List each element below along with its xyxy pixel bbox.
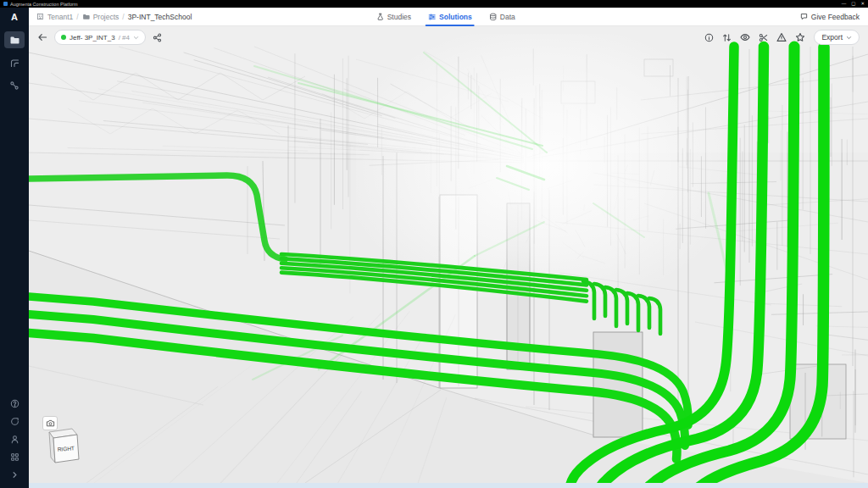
give-feedback-button[interactable]: Give Feedback bbox=[800, 13, 860, 21]
sidebar: A bbox=[0, 8, 29, 488]
sidebar-item-pipes[interactable] bbox=[4, 54, 25, 71]
tab-label: Data bbox=[500, 13, 515, 21]
viewer-toolbar-right: Export bbox=[704, 30, 860, 45]
app-logo: A bbox=[11, 8, 18, 25]
compare-button[interactable] bbox=[722, 33, 732, 42]
sidebar-item-projects[interactable] bbox=[4, 31, 25, 48]
app-icon bbox=[3, 2, 8, 6]
minimize-button[interactable]: — bbox=[842, 0, 847, 8]
view-cube-label: RIGHT bbox=[57, 445, 75, 452]
tab-solutions[interactable]: Solutions bbox=[428, 8, 472, 25]
close-button[interactable]: ✕ bbox=[860, 0, 865, 8]
app-header: Tenant1 / Projects / 3P-INT_TechSchool S… bbox=[29, 8, 868, 26]
feedback-label: Give Feedback bbox=[811, 13, 860, 21]
apps-grid-button[interactable] bbox=[10, 452, 19, 462]
history-button[interactable] bbox=[10, 417, 19, 426]
breadcrumb-projects[interactable]: Projects bbox=[93, 13, 120, 21]
account-button[interactable] bbox=[10, 435, 19, 444]
favorite-button[interactable] bbox=[795, 32, 805, 42]
nodes-icon bbox=[9, 80, 19, 91]
feedback-icon bbox=[800, 13, 808, 20]
breadcrumb: Tenant1 / Projects / 3P-INT_TechSchool bbox=[29, 13, 192, 21]
breadcrumb-folder-icon bbox=[82, 13, 90, 20]
share-button[interactable] bbox=[153, 33, 162, 42]
viewer-toolbar-left: Jeff- 3P_INT_3 / #4 bbox=[37, 30, 162, 45]
maximize-button[interactable]: ▢ bbox=[851, 0, 855, 8]
selection-version: / #4 bbox=[119, 34, 130, 42]
expand-sidebar-button[interactable] bbox=[10, 470, 19, 480]
app-title: Augmenta Construction Platform bbox=[10, 2, 77, 7]
solution-selector-dropdown[interactable]: Jeff- 3P_INT_3 / #4 bbox=[54, 30, 146, 45]
help-button[interactable] bbox=[10, 399, 19, 408]
section-cut-button[interactable] bbox=[759, 33, 768, 42]
breadcrumb-tenant[interactable]: Tenant1 bbox=[47, 13, 73, 21]
window-controls: — ▢ ✕ bbox=[842, 0, 865, 8]
folder-icon bbox=[9, 35, 19, 45]
tab-studies[interactable]: Studies bbox=[376, 8, 411, 25]
bottom-strip bbox=[29, 483, 868, 488]
visibility-button[interactable] bbox=[740, 32, 750, 42]
studies-icon bbox=[376, 13, 385, 21]
info-button[interactable] bbox=[704, 33, 714, 42]
model-viewport[interactable] bbox=[29, 25, 868, 483]
tenant-icon bbox=[36, 13, 44, 20]
sidebar-bottom-group bbox=[10, 399, 19, 480]
status-dot bbox=[61, 35, 66, 40]
breadcrumb-separator: / bbox=[76, 13, 78, 21]
issues-button[interactable] bbox=[776, 32, 787, 42]
back-button[interactable] bbox=[37, 32, 47, 42]
export-button[interactable]: Export bbox=[814, 30, 860, 45]
pipe-network-icon bbox=[9, 58, 19, 68]
view-cube[interactable]: RIGHT bbox=[47, 427, 87, 469]
breadcrumb-separator: / bbox=[122, 13, 124, 21]
chevron-down-icon bbox=[846, 35, 852, 41]
data-icon bbox=[489, 13, 498, 21]
selection-name: Jeff- 3P_INT_3 bbox=[70, 34, 115, 42]
tab-data[interactable]: Data bbox=[489, 8, 515, 25]
tab-label: Studies bbox=[387, 13, 411, 21]
export-label: Export bbox=[821, 33, 843, 42]
main-tabs: Studies Solutions Data bbox=[376, 8, 515, 25]
tab-label: Solutions bbox=[439, 13, 472, 21]
viewer-panel: Jeff- 3P_INT_3 / #4 Export bbox=[29, 25, 868, 483]
chevron-down-icon bbox=[133, 35, 139, 41]
breadcrumb-project: 3P-INT_TechSchool bbox=[128, 13, 192, 21]
sidebar-item-nodes[interactable] bbox=[4, 77, 25, 94]
solutions-icon bbox=[428, 13, 437, 21]
cabinet-box bbox=[593, 332, 643, 437]
title-bar: Augmenta Construction Platform — ▢ ✕ bbox=[0, 0, 868, 8]
